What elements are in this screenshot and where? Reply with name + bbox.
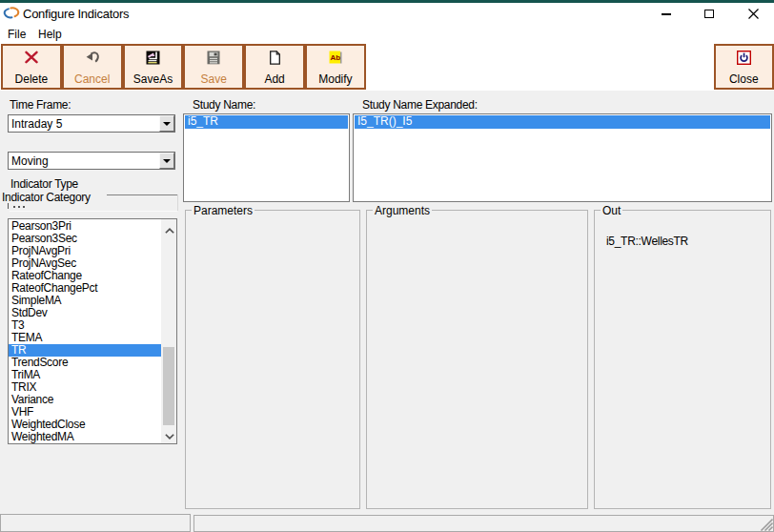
svg-text:Ab: Ab: [330, 53, 340, 62]
